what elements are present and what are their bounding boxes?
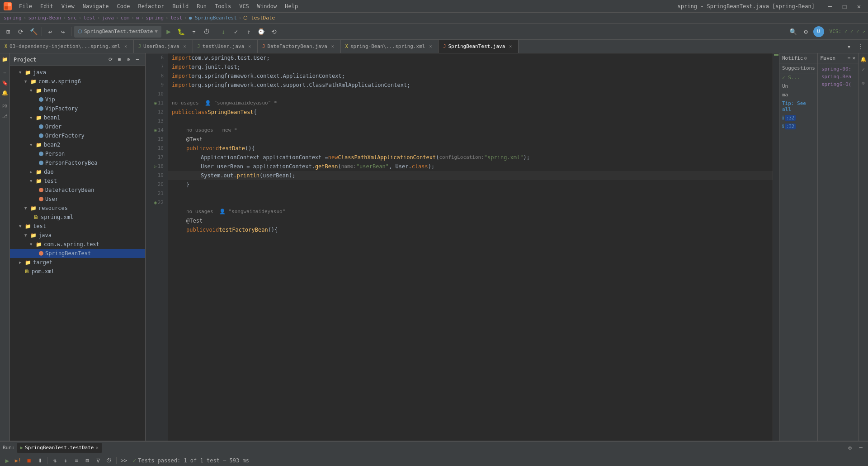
run-tab-close[interactable]: × <box>95 445 99 451</box>
vcs-commit[interactable]: ✓ <box>231 26 241 37</box>
tree-bean[interactable]: ▼ 📁 bean <box>10 86 145 95</box>
vcs-history[interactable]: ⌚ <box>256 26 267 37</box>
profile-btn[interactable]: ⏱ <box>201 26 212 37</box>
rerun-btn[interactable]: ▶ <box>3 456 12 465</box>
tree-spring-xml[interactable]: 🗎 spring.xml <box>10 213 145 222</box>
run-btn[interactable]: ▶ <box>163 26 174 37</box>
sidebar-git-icon[interactable]: ⎇ <box>1 112 9 120</box>
tab-close-btn[interactable]: × <box>246 43 253 50</box>
run-close-panel-btn[interactable]: ─ <box>856 443 865 452</box>
tab-overflow[interactable]: ▾ <box>844 41 854 52</box>
close-btn[interactable]: ✕ <box>854 1 864 12</box>
toolbar-build[interactable]: 🔨 <box>28 26 39 37</box>
tab-user[interactable]: J test\User.java × <box>193 40 258 53</box>
vcs-push[interactable]: ↑ <box>243 26 254 37</box>
maximize-btn[interactable]: □ <box>839 1 850 12</box>
code-editor[interactable]: 6 7 8 9 10 ◉11 12 13 ◉14 15 16 17 ▷18 19… <box>146 53 779 441</box>
tab-close-btn[interactable]: × <box>507 43 514 50</box>
breadcrumb-test[interactable]: test <box>83 15 95 21</box>
more-btn[interactable]: >> <box>119 456 128 465</box>
maven-item-3[interactable]: spring6-0( <box>820 81 856 88</box>
tree-user[interactable]: User <box>10 195 145 204</box>
tab-close-btn[interactable]: × <box>427 43 434 50</box>
breadcrumb-spring[interactable]: spring <box>4 15 22 21</box>
pause-btn[interactable]: ⏸ <box>35 456 44 465</box>
project-tree[interactable]: ▼ 📁 java ▼ 📁 com.w.spring6 ▼ 📁 bean Vip <box>10 66 145 441</box>
sidebar-bookmark-icon[interactable]: 🔖 <box>1 79 9 87</box>
menu-edit[interactable]: Edit <box>37 2 57 10</box>
code-area[interactable]: 6 7 8 9 10 ◉11 12 13 ◉14 15 16 17 ▷18 19… <box>146 53 779 441</box>
minimize-btn[interactable]: ─ <box>825 1 835 12</box>
menu-run[interactable]: Run <box>193 2 210 10</box>
menu-file[interactable]: File <box>15 2 36 10</box>
tree-resources[interactable]: ▼ 📁 resources <box>10 204 145 213</box>
search-everywhere[interactable]: 🔍 <box>788 26 799 37</box>
expand-btn[interactable]: ≡ <box>72 456 81 465</box>
menu-navigate[interactable]: Navigate <box>79 2 113 10</box>
sidebar-structure-icon[interactable]: ≡ <box>1 69 9 77</box>
collapse-btn[interactable]: ⊟ <box>83 456 92 465</box>
settings-btn[interactable]: ⚙ <box>801 26 811 37</box>
breadcrumb-src[interactable]: src <box>68 15 77 21</box>
notif-settings-icon[interactable]: ⚙ <box>804 55 807 61</box>
right-todo-icon[interactable]: ✓ <box>859 65 868 73</box>
tree-datefactorybean[interactable]: DateFactoryBean <box>10 185 145 195</box>
toolbar-undo[interactable]: ↩ <box>45 26 56 37</box>
vcs-revert[interactable]: ⟲ <box>269 26 279 37</box>
tree-test-root[interactable]: ▼ 📁 test <box>10 222 145 231</box>
menu-vcs[interactable]: VCS <box>236 2 253 10</box>
tree-orderfactory[interactable]: OrderFactory <box>10 131 145 140</box>
sidebar-notification-icon[interactable]: 🔔 <box>1 89 9 97</box>
tree-com-w-spring6[interactable]: ▼ 📁 com.w.spring6 <box>10 77 145 86</box>
code-content[interactable]: import com.w.spring6.test.User; import o… <box>168 53 773 441</box>
stop-btn[interactable]: ■ <box>24 456 33 465</box>
rerun-failed-btn[interactable]: ▶! <box>14 456 23 465</box>
tab-xml-dependency[interactable]: X 03-dependency-injection\...spring.xml … <box>0 40 134 53</box>
tip-see-all[interactable]: Tip: See all <box>779 99 817 114</box>
project-close-btn[interactable]: ─ <box>133 56 142 64</box>
breadcrumb-class[interactable]: ● SpringBeanTest <box>189 15 237 21</box>
tab-spring-bean-xml[interactable]: X spring-Bean\...spring.xml × <box>341 40 439 53</box>
menu-refactor[interactable]: Refactor <box>134 2 168 10</box>
maven-item-1[interactable]: spring-00: <box>820 65 856 73</box>
tab-close-btn[interactable]: × <box>123 43 129 50</box>
breadcrumb-spring2[interactable]: spring <box>146 15 164 21</box>
tab-close-btn[interactable]: × <box>182 43 188 50</box>
tab-close-btn[interactable]: × <box>330 43 336 50</box>
menu-build[interactable]: Build <box>169 2 192 10</box>
right-notifications-icon[interactable]: 🔔 <box>859 55 868 63</box>
menu-help[interactable]: Help <box>281 2 302 10</box>
breadcrumb-spring-bean[interactable]: spring-Bean <box>28 15 61 21</box>
tree-vip[interactable]: Vip <box>10 95 145 104</box>
tab-springbeantest[interactable]: J SpringBeanTest.java × <box>439 40 519 53</box>
sidebar-project-icon[interactable]: 📁 <box>1 55 9 63</box>
sort-asc-btn[interactable]: ↕ <box>61 456 70 465</box>
tree-bean1[interactable]: ▼ 📁 bean1 <box>10 113 145 122</box>
menu-code[interactable]: Code <box>113 2 134 10</box>
breadcrumb-com[interactable]: com <box>121 15 130 21</box>
breadcrumb-w[interactable]: w <box>136 15 139 21</box>
menu-window[interactable]: Window <box>254 2 280 10</box>
vcs-update[interactable]: ↓ <box>218 26 229 37</box>
run-settings-btn[interactable]: ⚙ <box>845 443 854 452</box>
tree-test-folder[interactable]: ▼ 📁 test <box>10 176 145 185</box>
breadcrumb-method[interactable]: ⬡ testDate <box>243 15 275 21</box>
maven-close[interactable]: ✕ <box>852 55 855 61</box>
tree-vipfactory[interactable]: VipFactory <box>10 104 145 113</box>
tree-pom-xml[interactable]: 🗎 pom.xml <box>10 267 145 276</box>
tab-settings[interactable]: ⋮ <box>855 41 866 52</box>
coverage-btn[interactable]: ☂ <box>189 26 199 37</box>
tree-springbeantest[interactable]: SpringBeanTest <box>10 249 145 258</box>
tree-target[interactable]: ▶ 📁 target <box>10 258 145 267</box>
debug-btn[interactable]: 🐛 <box>176 26 187 37</box>
toolbar-redo[interactable]: ↪ <box>57 26 68 37</box>
tree-person[interactable]: Person <box>10 149 145 158</box>
maven-tree[interactable]: spring-00: spring-Bea spring6-0( <box>818 63 858 90</box>
timer-btn[interactable]: ⏱ <box>104 456 113 465</box>
project-gear-btn[interactable]: ⚙ <box>124 56 132 64</box>
run-configuration[interactable]: ⬡ SpringBeanTest.testDate ▼ <box>74 26 161 38</box>
project-sync-btn[interactable]: ⟳ <box>106 56 114 64</box>
right-dependencies-icon[interactable]: ⊕ <box>859 79 868 87</box>
tree-test-java[interactable]: ▼ 📁 java <box>10 231 145 240</box>
project-collapse-btn[interactable]: ≡ <box>115 56 123 64</box>
